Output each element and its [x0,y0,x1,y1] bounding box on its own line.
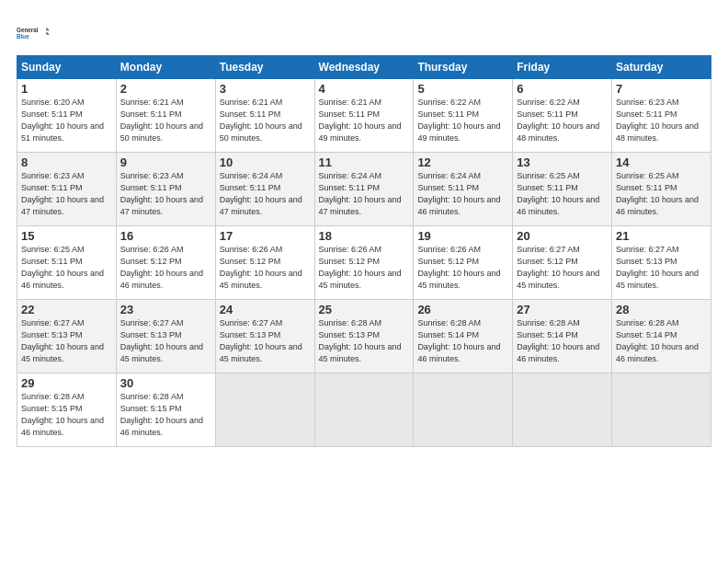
day-number: 14 [616,155,707,169]
day-number: 18 [319,229,410,243]
day-info: Sunrise: 6:26 AMSunset: 5:12 PMDaylight:… [417,244,508,292]
col-header-friday: Friday [513,56,612,79]
day-info: Sunrise: 6:21 AMSunset: 5:11 PMDaylight:… [120,97,211,144]
day-cell-15: 15Sunrise: 6:25 AMSunset: 5:11 PMDayligh… [17,226,117,300]
day-number: 16 [120,229,211,243]
day-cell-27: 27Sunrise: 6:28 AMSunset: 5:14 PMDayligh… [513,300,612,373]
col-header-sunday: Sunday [17,56,117,79]
day-cell-12: 12Sunrise: 6:24 AMSunset: 5:11 PMDayligh… [414,153,513,226]
day-info: Sunrise: 6:28 AMSunset: 5:14 PMDaylight:… [616,317,707,365]
day-info: Sunrise: 6:28 AMSunset: 5:14 PMDaylight:… [517,317,608,365]
day-number: 25 [319,303,410,316]
day-number: 19 [417,229,508,243]
day-number: 17 [220,229,311,243]
day-cell-21: 21Sunrise: 6:27 AMSunset: 5:13 PMDayligh… [612,226,711,300]
day-cell-28: 28Sunrise: 6:28 AMSunset: 5:14 PMDayligh… [612,300,711,373]
day-info: Sunrise: 6:28 AMSunset: 5:15 PMDaylight:… [120,391,211,439]
day-cell-5: 5Sunrise: 6:22 AMSunset: 5:11 PMDaylight… [414,79,513,153]
day-cell-24: 24Sunrise: 6:27 AMSunset: 5:13 PMDayligh… [215,300,314,373]
empty-cell [314,373,414,447]
day-cell-10: 10Sunrise: 6:24 AMSunset: 5:11 PMDayligh… [215,153,314,226]
empty-cell [612,373,711,447]
day-info: Sunrise: 6:24 AMSunset: 5:11 PMDaylight:… [319,170,410,218]
day-number: 24 [220,303,311,316]
day-info: Sunrise: 6:26 AMSunset: 5:12 PMDaylight:… [120,244,211,292]
day-number: 5 [417,82,508,96]
day-number: 12 [417,155,508,169]
day-cell-4: 4Sunrise: 6:21 AMSunset: 5:11 PMDaylight… [314,79,414,153]
day-number: 7 [616,82,707,96]
day-number: 8 [21,155,112,169]
day-number: 2 [120,82,211,96]
day-number: 11 [319,155,410,169]
day-cell-1: 1Sunrise: 6:20 AMSunset: 5:11 PMDaylight… [17,79,117,153]
day-number: 29 [21,376,112,390]
day-info: Sunrise: 6:21 AMSunset: 5:11 PMDaylight:… [319,97,410,144]
day-number: 28 [616,303,707,316]
day-cell-30: 30Sunrise: 6:28 AMSunset: 5:15 PMDayligh… [116,373,215,447]
col-header-tuesday: Tuesday [215,56,314,79]
day-number: 27 [517,303,608,316]
day-info: Sunrise: 6:27 AMSunset: 5:13 PMDaylight:… [21,317,112,365]
day-cell-29: 29Sunrise: 6:28 AMSunset: 5:15 PMDayligh… [17,373,117,447]
day-cell-22: 22Sunrise: 6:27 AMSunset: 5:13 PMDayligh… [17,300,117,373]
day-info: Sunrise: 6:25 AMSunset: 5:11 PMDaylight:… [21,244,112,292]
calendar-table: SundayMondayTuesdayWednesdayThursdayFrid… [17,55,711,447]
day-info: Sunrise: 6:22 AMSunset: 5:11 PMDaylight:… [417,97,508,144]
day-number: 26 [417,303,508,316]
day-info: Sunrise: 6:24 AMSunset: 5:11 PMDaylight:… [417,170,508,218]
day-number: 15 [21,229,112,243]
day-info: Sunrise: 6:26 AMSunset: 5:12 PMDaylight:… [220,244,311,292]
day-cell-18: 18Sunrise: 6:26 AMSunset: 5:12 PMDayligh… [314,226,414,300]
day-number: 10 [220,155,311,169]
calendar-page: General Blue SundayMondayTuesdayWednesda… [0,0,728,563]
svg-text:Blue: Blue [17,33,29,40]
day-cell-6: 6Sunrise: 6:22 AMSunset: 5:11 PMDaylight… [513,79,612,153]
day-info: Sunrise: 6:28 AMSunset: 5:15 PMDaylight:… [21,391,112,439]
day-number: 21 [616,229,707,243]
day-cell-19: 19Sunrise: 6:26 AMSunset: 5:12 PMDayligh… [414,226,513,300]
day-number: 3 [220,82,311,96]
day-cell-16: 16Sunrise: 6:26 AMSunset: 5:12 PMDayligh… [116,226,215,300]
day-cell-13: 13Sunrise: 6:25 AMSunset: 5:11 PMDayligh… [513,153,612,226]
day-number: 23 [120,303,211,316]
day-info: Sunrise: 6:25 AMSunset: 5:11 PMDaylight:… [517,170,608,218]
day-info: Sunrise: 6:21 AMSunset: 5:11 PMDaylight:… [220,97,311,144]
day-cell-26: 26Sunrise: 6:28 AMSunset: 5:14 PMDayligh… [414,300,513,373]
day-info: Sunrise: 6:27 AMSunset: 5:13 PMDaylight:… [120,317,211,365]
day-number: 9 [120,155,211,169]
day-info: Sunrise: 6:23 AMSunset: 5:11 PMDaylight:… [21,170,112,218]
day-info: Sunrise: 6:26 AMSunset: 5:12 PMDaylight:… [319,244,410,292]
day-info: Sunrise: 6:23 AMSunset: 5:11 PMDaylight:… [616,97,707,144]
day-cell-7: 7Sunrise: 6:23 AMSunset: 5:11 PMDaylight… [612,79,711,153]
day-number: 20 [517,229,608,243]
day-cell-11: 11Sunrise: 6:24 AMSunset: 5:11 PMDayligh… [314,153,414,226]
day-number: 4 [319,82,410,96]
day-info: Sunrise: 6:27 AMSunset: 5:13 PMDaylight:… [220,317,311,365]
day-number: 22 [21,303,112,316]
day-number: 1 [21,82,112,96]
day-info: Sunrise: 6:20 AMSunset: 5:11 PMDaylight:… [21,97,112,144]
day-info: Sunrise: 6:23 AMSunset: 5:11 PMDaylight:… [120,170,211,218]
day-cell-17: 17Sunrise: 6:26 AMSunset: 5:12 PMDayligh… [215,226,314,300]
svg-text:General: General [17,27,39,33]
day-info: Sunrise: 6:27 AMSunset: 5:12 PMDaylight:… [517,244,608,292]
day-info: Sunrise: 6:24 AMSunset: 5:11 PMDaylight:… [220,170,311,218]
day-cell-8: 8Sunrise: 6:23 AMSunset: 5:11 PMDaylight… [17,153,117,226]
day-info: Sunrise: 6:22 AMSunset: 5:11 PMDaylight:… [517,97,608,144]
svg-marker-3 [46,31,50,35]
header: General Blue [17,17,711,50]
day-number: 30 [120,376,211,390]
day-number: 6 [517,82,608,96]
day-cell-9: 9Sunrise: 6:23 AMSunset: 5:11 PMDaylight… [116,153,215,226]
day-number: 13 [517,155,608,169]
day-info: Sunrise: 6:25 AMSunset: 5:11 PMDaylight:… [616,170,707,218]
day-cell-23: 23Sunrise: 6:27 AMSunset: 5:13 PMDayligh… [116,300,215,373]
day-cell-2: 2Sunrise: 6:21 AMSunset: 5:11 PMDaylight… [116,79,215,153]
col-header-wednesday: Wednesday [314,56,414,79]
logo: General Blue [17,17,50,50]
day-cell-14: 14Sunrise: 6:25 AMSunset: 5:11 PMDayligh… [612,153,711,226]
empty-cell [215,373,314,447]
day-info: Sunrise: 6:28 AMSunset: 5:13 PMDaylight:… [319,317,410,365]
col-header-saturday: Saturday [612,56,711,79]
